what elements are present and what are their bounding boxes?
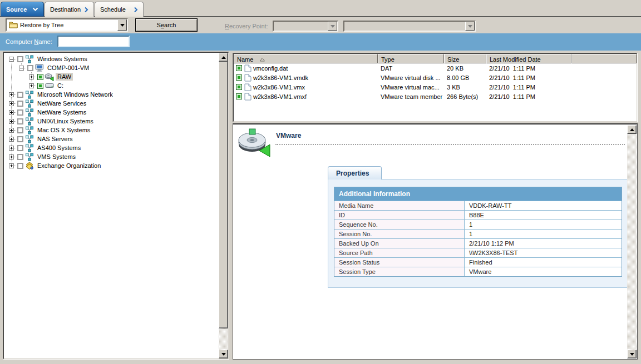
properties-panel: Additional Information Media NameVDDK-RA…	[328, 179, 628, 288]
tab-destination[interactable]: Destination	[45, 2, 94, 17]
tree-item[interactable]: Exchange Organization	[4, 161, 219, 170]
file-type: DAT	[381, 65, 392, 72]
tree-view: Windows SystemsCOMP-001-VMRAWC:Microsoft…	[4, 53, 219, 358]
tree-item-label[interactable]: NetWare Services	[36, 99, 88, 107]
property-value: Finished	[465, 257, 622, 267]
file-row[interactable]: w2k3x86-VM1.vmxfVMware team member266 By…	[234, 92, 637, 101]
file-row[interactable]: vmconfig.datDAT20 KB2/21/10 1:11 PM	[234, 63, 637, 73]
tree-item-label[interactable]: UNIX/Linux Systems	[36, 117, 95, 125]
tree-item[interactable]: Mac OS X Systems	[4, 126, 219, 134]
document-icon	[244, 74, 252, 82]
file-size: 20 KB	[447, 65, 464, 72]
tree-item[interactable]: VMS Systems	[4, 152, 219, 161]
property-row: Session StatusFinished	[334, 257, 622, 267]
expand-icon[interactable]	[9, 154, 14, 159]
tree-item-label[interactable]: Exchange Organization	[36, 162, 102, 169]
checkbox-empty[interactable]	[17, 154, 23, 160]
tree-item-label[interactable]: Mac OS X Systems	[36, 126, 92, 134]
recovery-point-dropdown-1[interactable]	[273, 21, 338, 32]
scroll-down-button[interactable]	[219, 350, 228, 358]
tree-item-label[interactable]: AS400 Systems	[36, 144, 82, 152]
scroll-up-button[interactable]	[627, 125, 637, 134]
checkbox-empty[interactable]	[17, 109, 23, 116]
tree-item[interactable]: AS400 Systems	[4, 143, 219, 152]
search-button[interactable]: Search	[135, 18, 198, 32]
tab-properties[interactable]: Properties	[328, 166, 382, 179]
tree-item[interactable]: NetWare Services	[4, 99, 219, 108]
tree-item-label[interactable]: NetWare Systems	[36, 108, 88, 116]
expand-icon[interactable]	[9, 146, 14, 151]
column-header-type[interactable]: Type	[378, 54, 444, 63]
tree-item-label[interactable]: Windows Systems	[36, 55, 89, 63]
checkbox-empty[interactable]	[27, 65, 33, 71]
tree-item[interactable]: COMP-001-VM	[4, 63, 219, 72]
checkbox-checked[interactable]	[37, 74, 43, 80]
tree-item[interactable]: C:	[4, 81, 219, 90]
expand-icon[interactable]	[29, 83, 34, 88]
tree-item-label[interactable]: Microsoft Windows Network	[36, 91, 115, 98]
tab-schedule[interactable]: Schedule	[95, 2, 144, 17]
file-name[interactable]: w2k3x86-VM1.vmx	[253, 84, 305, 91]
expand-icon[interactable]	[9, 163, 14, 168]
property-label: Session Type	[334, 267, 465, 276]
expand-icon[interactable]	[9, 92, 14, 97]
checkbox-checked[interactable]	[236, 65, 242, 71]
column-header-name[interactable]: Name	[234, 54, 378, 63]
tree-item[interactable]: NAS Servers	[4, 134, 219, 143]
tree-item-label[interactable]: VMS Systems	[36, 153, 77, 161]
expand-icon[interactable]	[9, 128, 14, 133]
file-row[interactable]: w2k3x86-VM1.vmxVMware virtual mac...3 KB…	[234, 82, 637, 92]
restore-mode-dropdown[interactable]: Restore by Tree	[6, 18, 128, 32]
checkbox-empty[interactable]	[17, 101, 23, 107]
property-label: Media Name	[334, 201, 465, 210]
checkbox-checked[interactable]	[236, 74, 242, 81]
collapse-icon[interactable]	[9, 57, 14, 62]
scrollbar-thumb[interactable]	[219, 62, 228, 328]
arrow-down-icon	[120, 24, 125, 27]
file-name[interactable]: vmconfig.dat	[253, 65, 288, 72]
file-name[interactable]: w2k3x86-VM1.vmdk	[253, 74, 308, 81]
checkbox-empty[interactable]	[17, 163, 23, 169]
tab-source[interactable]: Source	[1, 2, 44, 17]
scroll-down-button[interactable]	[627, 350, 637, 358]
scroll-up-button[interactable]	[219, 53, 228, 62]
collapse-icon[interactable]	[19, 66, 24, 71]
checkbox-empty[interactable]	[17, 92, 23, 98]
tree-item[interactable]: UNIX/Linux Systems	[4, 117, 219, 126]
file-name[interactable]: w2k3x86-VM1.vmxf	[253, 93, 307, 100]
checkbox-empty[interactable]	[17, 127, 23, 133]
expand-icon[interactable]	[29, 74, 34, 79]
dropdown-arrow-button[interactable]	[465, 22, 475, 31]
file-row[interactable]: w2k3x86-VM1.vmdkVMware virtual disk ...8…	[234, 73, 637, 82]
document-icon	[244, 93, 252, 101]
expand-icon[interactable]	[9, 119, 14, 124]
checkbox-empty[interactable]	[17, 136, 23, 142]
tree-item-label[interactable]: COMP-001-VM	[46, 64, 91, 72]
checkbox-checked[interactable]	[236, 93, 242, 99]
recovery-point-dropdown-2[interactable]	[343, 21, 476, 32]
tree-item-label[interactable]: C:	[56, 82, 65, 89]
expand-icon[interactable]	[9, 110, 14, 115]
tree-item-label[interactable]: NAS Servers	[36, 135, 75, 143]
checkbox-checked[interactable]	[37, 83, 43, 89]
details-vertical-scrollbar[interactable]	[627, 125, 637, 358]
tree-item[interactable]: Windows Systems	[4, 54, 219, 63]
tree-item[interactable]: RAW	[4, 72, 219, 81]
column-header-size[interactable]: Size	[444, 54, 486, 63]
checkbox-empty[interactable]	[17, 56, 23, 62]
dropdown-arrow-button[interactable]	[117, 19, 127, 31]
tree-item[interactable]: NetWare Systems	[4, 108, 219, 117]
dropdown-arrow-button[interactable]	[328, 22, 337, 31]
tree-item-label[interactable]: RAW	[56, 73, 73, 81]
checkbox-empty[interactable]	[17, 145, 23, 151]
column-header-modified[interactable]: Last Modified Date	[486, 54, 571, 63]
checkbox-checked[interactable]	[236, 84, 242, 90]
computer-name-input[interactable]	[57, 36, 130, 47]
checkbox-empty[interactable]	[17, 118, 23, 124]
expand-icon[interactable]	[9, 137, 14, 142]
computer-name-label: Computer Name:	[6, 38, 52, 45]
file-size: 3 KB	[447, 84, 460, 91]
tree-vertical-scrollbar[interactable]	[219, 53, 228, 358]
expand-icon[interactable]	[9, 101, 14, 106]
tree-item[interactable]: Microsoft Windows Network	[4, 90, 219, 99]
